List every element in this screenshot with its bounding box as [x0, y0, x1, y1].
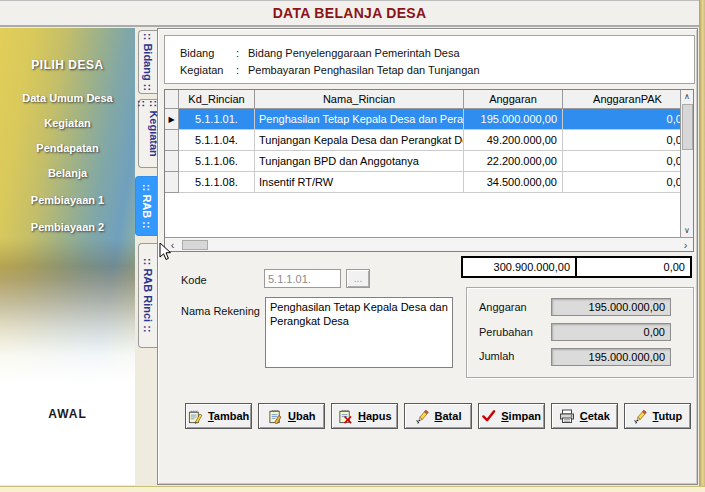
row-selector-cell	[165, 130, 179, 151]
table-row[interactable]: ▶5.1.1.01.Penghasilan Tetap Kepala Desa …	[165, 109, 693, 130]
cell-nama-rincian: Tunjangan Kepala Desa dan Perangkat Desa	[255, 130, 464, 151]
title-bar: DATA BELANJA DESA	[0, 0, 699, 27]
jumlah-field: 195.000.000,00	[551, 348, 671, 366]
bidang-kegiatan-box: Bidang : Bidang Penyelenggaraan Pemerint…	[164, 35, 695, 84]
amount-groupbox: Anggaran 195.000.000,00 Perubahan 0,00 J…	[466, 287, 694, 378]
total-anggaran: 300.900.000,00	[463, 258, 577, 276]
scroll-left-icon[interactable]: ‹	[165, 239, 180, 251]
tutup-button[interactable]: Tutup	[624, 403, 691, 429]
cetak-button[interactable]: Cetak	[551, 403, 618, 429]
notepad-delete-icon	[338, 409, 353, 424]
kegiatan-label: Kegiatan	[180, 64, 236, 76]
cell-anggaran: 22.200.000,00	[464, 151, 563, 172]
table-row[interactable]: 5.1.1.04.Tunjangan Kepala Desa dan Peran…	[165, 130, 693, 151]
sidebar-item-pembiayaan-2[interactable]: Pembiayaan 2	[0, 220, 135, 234]
hapus-button[interactable]: Hapus	[331, 403, 398, 429]
tab-strip: :: Bidang :::: Kegiatan :::: RAB :::: RA…	[135, 28, 157, 485]
scroll-right-icon[interactable]: ›	[678, 239, 693, 251]
kegiatan-separator: :	[236, 64, 248, 76]
bidang-label: Bidang	[180, 47, 236, 59]
window-frame-bottom	[0, 486, 705, 492]
sidebar-item-awal[interactable]: AWAL	[0, 407, 135, 421]
ubah-button[interactable]: Ubah	[258, 403, 325, 429]
window: DATA BELANJA DESA PILIH DESAData Umum De…	[0, 0, 705, 492]
cell-kd-rincian: 5.1.1.01.	[179, 109, 255, 130]
sidebar-item-kegiatan[interactable]: Kegiatan	[0, 116, 135, 130]
anggaran-label: Anggaran	[479, 301, 527, 313]
pencil-close-icon	[633, 409, 648, 424]
total-anggaran-pak: 0,00	[577, 258, 690, 276]
sidebar-item-pilih-desa[interactable]: PILIH DESA	[0, 58, 135, 72]
row-selector-cell	[165, 151, 179, 172]
table-header: Kd_Rincian Nama_Rincian Anggaran Anggara…	[165, 90, 693, 109]
anggaran-field: 195.000.000,00	[551, 298, 671, 316]
col-header-kd-rincian: Kd_Rincian	[179, 90, 255, 109]
rab-table: Kd_Rincian Nama_Rincian Anggaran Anggara…	[164, 89, 694, 252]
nama-rekening-textarea[interactable]: Penghasilan Tetap Kepala Desa dan Perang…	[265, 297, 453, 368]
nama-rekening-label: Nama Rekening	[181, 305, 260, 317]
cell-anggaran: 49.200.000,00	[464, 130, 563, 151]
tambah-button[interactable]: Tambah	[185, 403, 252, 429]
table-row[interactable]: 5.1.1.06.Tunjangan BPD dan Anggotanya22.…	[165, 151, 693, 172]
row-selector-cell: ▶	[165, 109, 179, 130]
bidang-row: Bidang : Bidang Penyelenggaraan Pemerint…	[180, 44, 694, 61]
cell-kd-rincian: 5.1.1.08.	[179, 172, 255, 193]
cell-anggaran-pak: 0,00	[563, 172, 693, 193]
sidebar-item-belanja[interactable]: Belanja	[0, 166, 135, 180]
window-frame-right	[699, 0, 705, 492]
totals-row: 300.900.000,00 0,00	[461, 256, 692, 278]
grid-rows: ▶5.1.1.01.Penghasilan Tetap Kepala Desa …	[165, 109, 693, 193]
simpan-button-label: Simpan	[501, 410, 541, 422]
cell-anggaran-pak: 0,00	[563, 151, 693, 172]
vertical-scrollbar[interactable]: ∧ ∨	[680, 90, 693, 237]
kegiatan-value: Pembayaran Penghasilan Tetap dan Tunjang…	[248, 64, 480, 76]
button-row: TambahUbahHapusBatalSimpanCetakTutup	[185, 403, 691, 429]
col-header-selector	[165, 90, 179, 109]
cell-anggaran: 34.500.000,00	[464, 172, 563, 193]
cell-anggaran-pak: 0,00	[563, 130, 693, 151]
main-panel: Bidang : Bidang Penyelenggaraan Pemerint…	[157, 28, 698, 485]
horizontal-scroll-thumb[interactable]	[182, 240, 208, 250]
kode-input[interactable]	[264, 269, 341, 288]
tab-rab[interactable]: :: RAB ::	[135, 176, 157, 236]
sidebar-item-pembiayaan-1[interactable]: Pembiayaan 1	[0, 193, 135, 207]
tab-rab-rinci[interactable]: :: RAB Rinci ::	[138, 243, 157, 348]
cell-nama-rincian: Penghasilan Tetap Kepala Desa dan Perang…	[255, 109, 464, 130]
page-title: DATA BELANJA DESA	[273, 5, 427, 21]
col-header-nama-rincian: Nama_Rincian	[255, 90, 464, 109]
simpan-button[interactable]: Simpan	[478, 403, 545, 429]
cell-anggaran-pak: 0,00	[563, 109, 693, 130]
table-row[interactable]: 5.1.1.08.Insentif RT/RW34.500.000,000,00	[165, 172, 693, 193]
notepad-add-icon	[188, 409, 203, 424]
ubah-button-label: Ubah	[288, 410, 316, 422]
kegiatan-row: Kegiatan : Pembayaran Penghasilan Tetap …	[180, 61, 694, 78]
row-selector-cell	[165, 172, 179, 193]
cell-kd-rincian: 5.1.1.06.	[179, 151, 255, 172]
sidebar: PILIH DESAData Umum DesaKegiatanPendapat…	[0, 28, 135, 485]
notepad-edit-icon	[268, 409, 283, 424]
scroll-down-icon[interactable]: ∨	[681, 224, 693, 237]
cell-anggaran: 195.000.000,00	[464, 109, 563, 130]
printer-icon	[559, 409, 575, 424]
tab-kegiatan[interactable]: :: Kegiatan ::	[138, 99, 157, 168]
horizontal-scrollbar[interactable]: ‹ ›	[165, 237, 693, 251]
tambah-button-label: Tambah	[208, 410, 249, 422]
batal-button-label: Batal	[435, 410, 462, 422]
perubahan-label: Perubahan	[479, 326, 533, 338]
pencil-cancel-icon	[415, 409, 430, 424]
cell-kd-rincian: 5.1.1.04.	[179, 130, 255, 151]
browse-button[interactable]: ...	[346, 269, 370, 288]
perubahan-field: 0,00	[551, 323, 671, 341]
bidang-value: Bidang Penyelenggaraan Pemerintah Desa	[248, 47, 460, 59]
cetak-button-label: Cetak	[580, 410, 610, 422]
check-icon	[481, 409, 496, 423]
batal-button[interactable]: Batal	[404, 403, 471, 429]
hapus-button-label: Hapus	[358, 410, 392, 422]
kode-label: Kode	[181, 274, 207, 286]
scroll-up-icon[interactable]: ∧	[681, 90, 693, 103]
sidebar-item-data-umum-desa[interactable]: Data Umum Desa	[0, 91, 135, 105]
sidebar-item-pendapatan[interactable]: Pendapatan	[0, 141, 135, 155]
vertical-scroll-thumb[interactable]	[682, 104, 693, 150]
tab-bidang[interactable]: :: Bidang ::	[138, 30, 157, 94]
cell-nama-rincian: Tunjangan BPD dan Anggotanya	[255, 151, 464, 172]
